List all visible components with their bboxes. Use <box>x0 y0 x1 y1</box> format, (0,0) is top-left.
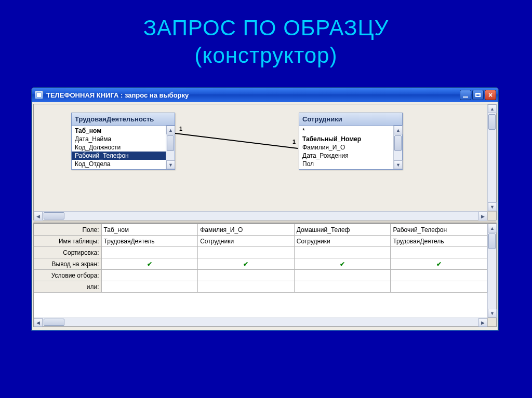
table-box-left[interactable]: ТрудоваяДеятельность Таб_номДата_НаймаКо… <box>71 113 175 170</box>
qbe-cell[interactable] <box>294 270 391 281</box>
field-row[interactable]: Код_Отдела <box>72 160 166 168</box>
field-row[interactable]: Табельный_Номер <box>299 135 393 143</box>
maximize-button[interactable] <box>472 90 484 100</box>
slide-title: ЗАПРОС ПО ОБРАЗЦУ (конструктор) <box>0 0 532 69</box>
qbe-cell[interactable] <box>198 270 295 281</box>
scroll-left-icon[interactable]: ◀ <box>34 318 43 327</box>
scroll-down-icon[interactable]: ▼ <box>488 202 497 211</box>
rel-card-left: 1 <box>179 126 182 132</box>
table-header-left[interactable]: ТрудоваяДеятельность <box>72 113 175 126</box>
qbe-cell[interactable]: Фамилия_И_О <box>198 224 295 236</box>
scroll-down-icon[interactable]: ▼ <box>166 160 175 169</box>
relationships-pane[interactable]: 1 1 ТрудоваяДеятельность Таб_номДата_Най… <box>33 104 497 221</box>
qbe-cell[interactable] <box>198 281 295 293</box>
scroll-up-icon[interactable]: ▲ <box>488 224 497 232</box>
grid-hscrollbar[interactable]: ◀ ▶ <box>34 318 487 326</box>
qbe-cell[interactable] <box>101 281 198 293</box>
qbe-cell[interactable]: ✔ <box>101 258 198 270</box>
qbe-grid-pane: Поле:Таб_номФамилия_И_ОДомашний_ТелефРаб… <box>33 223 497 327</box>
app-icon <box>35 91 43 99</box>
scroll-left-icon[interactable]: ◀ <box>34 212 43 221</box>
qbe-cell[interactable]: Рабочий_Телефон <box>391 224 487 236</box>
scroll-down-icon[interactable]: ▼ <box>394 160 403 169</box>
qbe-cell[interactable] <box>101 247 198 258</box>
maximize-icon <box>475 93 481 97</box>
qbe-cell[interactable] <box>391 247 487 258</box>
qbe-grid[interactable]: Поле:Таб_номФамилия_И_ОДомашний_ТелефРаб… <box>34 224 487 293</box>
scroll-up-icon[interactable]: ▲ <box>394 126 403 134</box>
grid-vscrollbar[interactable]: ▲ ▼ <box>487 224 496 318</box>
qbe-row-label: Сортировка: <box>34 247 101 258</box>
fieldlist-scrollbar-right[interactable]: ▲ ▼ <box>393 126 402 169</box>
qbe-row-label: Имя таблицы: <box>34 236 101 247</box>
diagram-vscrollbar[interactable]: ▲ ▼ <box>487 104 496 211</box>
query-designer-window: ТЕЛЕФОННАЯ КНИГА : запрос на выборку × 1… <box>31 87 499 331</box>
scroll-up-icon[interactable]: ▲ <box>488 104 497 113</box>
table-box-right[interactable]: Сотрудники *Табельный_НомерФамилия_И_ОДа… <box>299 113 403 170</box>
qbe-cell[interactable]: Сотрудники <box>198 236 295 247</box>
table-fieldlist-right[interactable]: *Табельный_НомерФамилия_И_ОДата_Рождения… <box>299 126 402 169</box>
qbe-cell[interactable]: ✔ <box>198 258 295 270</box>
scroll-corner <box>487 211 496 220</box>
field-row[interactable]: Рабочий_Телефон <box>72 152 166 160</box>
scroll-right-icon[interactable]: ▶ <box>478 318 487 327</box>
scroll-up-icon[interactable]: ▲ <box>166 126 175 134</box>
close-icon: × <box>488 91 493 99</box>
field-row[interactable]: * <box>299 127 393 135</box>
slide-title-l2: (конструктор) <box>195 43 338 67</box>
close-button[interactable]: × <box>485 90 496 100</box>
field-row[interactable]: Фамилия_И_О <box>299 143 393 152</box>
qbe-row-label: Вывод на экран: <box>34 258 101 270</box>
field-row[interactable]: Код_Должности <box>72 143 166 152</box>
field-row[interactable]: Таб_ном <box>72 127 166 135</box>
slide-title-l1: ЗАПРОС ПО ОБРАЗЦУ <box>143 16 389 40</box>
qbe-cell[interactable] <box>391 281 487 293</box>
qbe-row-label: или: <box>34 281 101 293</box>
qbe-cell[interactable]: ТрудоваяДеятель <box>391 236 487 247</box>
field-row[interactable]: Дата_Рождения <box>299 152 393 160</box>
qbe-cell[interactable] <box>294 247 391 258</box>
qbe-row-label: Условие отбора: <box>34 270 101 281</box>
qbe-cell[interactable] <box>391 270 487 281</box>
field-row[interactable]: Дата_Найма <box>72 135 166 143</box>
scroll-down-icon[interactable]: ▼ <box>488 309 497 318</box>
table-fieldlist-left[interactable]: Таб_номДата_НаймаКод_ДолжностиРабочий_Те… <box>72 126 175 169</box>
qbe-cell[interactable]: ТрудоваяДеятель <box>101 236 198 247</box>
qbe-cell[interactable] <box>101 270 198 281</box>
scroll-right-icon[interactable]: ▶ <box>478 212 487 221</box>
qbe-cell[interactable]: Сотрудники <box>294 236 391 247</box>
window-title: ТЕЛЕФОННАЯ КНИГА : запрос на выборку <box>46 91 189 99</box>
titlebar[interactable]: ТЕЛЕФОННАЯ КНИГА : запрос на выборку × <box>32 88 498 102</box>
fieldlist-scrollbar-left[interactable]: ▲ ▼ <box>166 126 175 169</box>
qbe-row-label: Поле: <box>34 224 101 236</box>
qbe-cell[interactable]: ✔ <box>391 258 487 270</box>
qbe-cell[interactable] <box>198 247 295 258</box>
minimize-button[interactable] <box>460 90 471 100</box>
qbe-cell[interactable]: Домашний_Телеф <box>294 224 391 236</box>
diagram-hscrollbar[interactable]: ◀ ▶ <box>34 211 487 220</box>
scroll-corner <box>487 318 496 326</box>
rel-card-right: 1 <box>292 139 296 145</box>
qbe-cell[interactable] <box>294 281 391 293</box>
relationship-line[interactable] <box>175 133 298 149</box>
qbe-cell[interactable]: Таб_ном <box>101 224 198 236</box>
minimize-icon <box>463 97 468 98</box>
field-row[interactable]: Пол <box>299 160 393 168</box>
qbe-cell[interactable]: ✔ <box>294 258 391 270</box>
table-header-right[interactable]: Сотрудники <box>299 113 402 126</box>
